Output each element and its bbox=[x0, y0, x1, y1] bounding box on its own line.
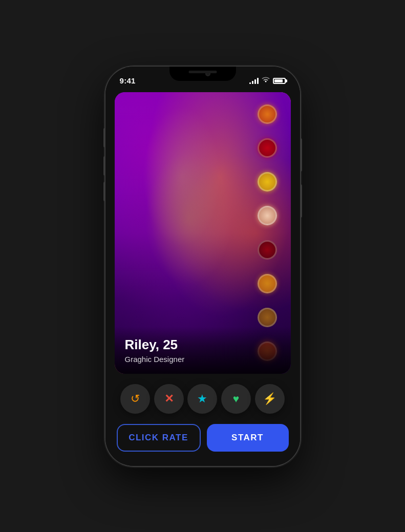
start-label: START bbox=[231, 433, 264, 443]
star-icon: ★ bbox=[197, 393, 207, 405]
app-content: Riley, 25 Graghic Designer ↺ ✕ ★ ♥ bbox=[105, 67, 300, 466]
signal-icon bbox=[249, 78, 259, 84]
battery-fill bbox=[274, 79, 283, 82]
profile-job: Graghic Designer bbox=[125, 355, 281, 364]
notch-speaker bbox=[188, 71, 217, 73]
dislike-icon: ✕ bbox=[164, 393, 174, 405]
phone-screen: 9:41 bbox=[105, 67, 300, 466]
dislike-button[interactable]: ✕ bbox=[154, 384, 184, 414]
action-buttons-row: ↺ ✕ ★ ♥ ⚡ bbox=[115, 382, 291, 416]
profile-info: Riley, 25 Graghic Designer bbox=[115, 327, 291, 374]
notch bbox=[169, 67, 236, 81]
superlike-button[interactable]: ★ bbox=[187, 384, 217, 414]
like-button[interactable]: ♥ bbox=[221, 384, 251, 414]
profile-name: Riley, 25 bbox=[125, 337, 281, 353]
rewind-button[interactable]: ↺ bbox=[120, 384, 150, 414]
boost-button[interactable]: ⚡ bbox=[255, 384, 285, 414]
start-button[interactable]: START bbox=[207, 424, 289, 452]
wifi-icon bbox=[262, 77, 270, 84]
heart-icon: ♥ bbox=[233, 393, 239, 404]
profile-image: Riley, 25 Graghic Designer bbox=[115, 92, 291, 374]
battery-icon bbox=[273, 78, 286, 84]
phone-frame: 9:41 bbox=[105, 67, 300, 466]
status-time: 9:41 bbox=[120, 76, 136, 85]
cta-row: CLICK RATE START bbox=[115, 424, 291, 456]
rewind-icon: ↺ bbox=[131, 393, 140, 405]
click-rate-label: CLICK RATE bbox=[129, 433, 188, 443]
click-rate-button[interactable]: CLICK RATE bbox=[117, 424, 201, 452]
lightning-icon: ⚡ bbox=[263, 393, 276, 405]
profile-card[interactable]: Riley, 25 Graghic Designer bbox=[115, 92, 291, 374]
status-icons bbox=[249, 77, 286, 84]
